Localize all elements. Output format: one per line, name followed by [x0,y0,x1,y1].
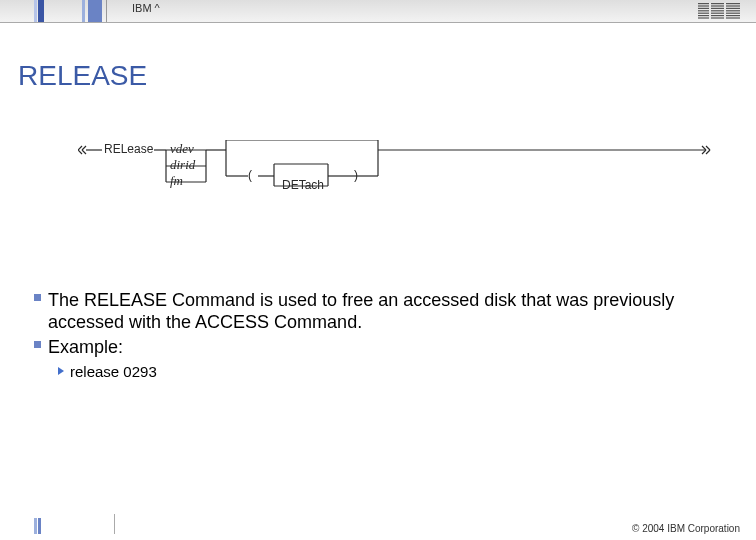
svg-rect-4 [698,13,740,14]
svg-rect-2 [698,8,740,9]
triangle-bullet-icon [58,367,64,375]
svg-rect-5 [698,15,740,16]
ibm-logo-icon [698,3,740,19]
svg-rect-3 [698,10,740,11]
svg-rect-6 [698,17,740,18]
svg-rect-8 [724,3,726,19]
header-bar: IBM ^ [0,0,756,23]
page-title: RELEASE [18,60,147,92]
bullet-item: The RELEASE Command is used to free an a… [34,290,726,333]
bullet-text: The RELEASE Command is used to free an a… [48,290,674,332]
svg-rect-1 [698,5,740,6]
svg-rect-7 [709,3,711,19]
sub-bullet-item: release 0293 [58,363,726,380]
diagram-modifier: DETach [282,178,324,192]
diagram-paren-close: ) [354,168,358,182]
bullet-text: Example: [48,337,123,357]
diagram-option-dirid: dirid [170,157,195,173]
header-product-text: IBM ^ [132,2,160,14]
footer-copyright: © 2004 IBM Corporation [632,523,740,534]
square-bullet-icon [34,294,41,301]
svg-rect-0 [698,3,740,4]
slide: IBM ^ RELEASE [0,0,756,540]
syntax-diagram: RELease vdev dirid fm ( DETach ) [78,140,718,200]
bullet-list: The RELEASE Command is used to free an a… [34,290,726,380]
square-bullet-icon [34,341,41,348]
diagram-command: RELease [104,142,153,156]
sub-bullet-text: release 0293 [70,363,157,380]
diagram-paren-open: ( [248,168,252,182]
diagram-option-vdev: vdev [170,141,194,157]
footer-decoration [34,518,124,534]
bullet-item: Example: [34,337,726,359]
header-decoration [34,0,124,22]
diagram-option-fm: fm [170,173,183,189]
